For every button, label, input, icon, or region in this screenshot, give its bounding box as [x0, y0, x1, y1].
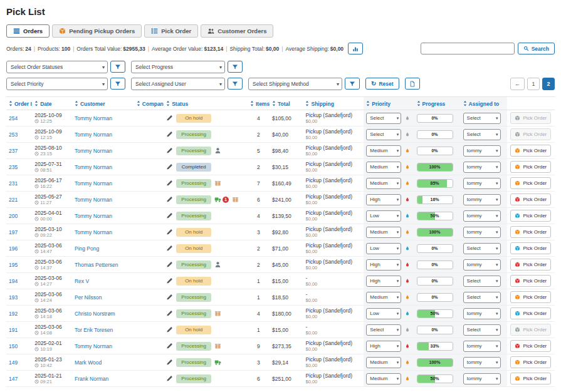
assigned-select[interactable]: tommy: [463, 308, 501, 319]
pagination-page-2[interactable]: 2: [542, 78, 555, 90]
shipping-method-filter-select[interactable]: Select Shipping Method: [248, 78, 342, 90]
priority-select[interactable]: Medium: [366, 145, 401, 157]
assigned-select[interactable]: tommy: [463, 259, 501, 271]
customer-link[interactable]: Per Nilsson: [75, 294, 102, 301]
edit-status-icon[interactable]: [166, 131, 173, 138]
edit-status-icon[interactable]: [166, 294, 173, 301]
order-statuses-select[interactable]: Select Order Statuses: [6, 61, 108, 73]
col-header-date[interactable]: Date: [32, 97, 72, 110]
customer-link[interactable]: Tommy Norman: [75, 197, 112, 203]
col-header-progress[interactable]: Progress: [414, 97, 461, 110]
customer-link[interactable]: Tor Erik Toresen: [75, 327, 113, 333]
col-header-items[interactable]: Items: [248, 97, 270, 110]
edit-status-icon[interactable]: [166, 261, 173, 268]
col-header-company[interactable]: Company: [134, 97, 164, 110]
pick-order-button[interactable]: Pick Order: [510, 210, 551, 222]
pick-order-button[interactable]: Pick Order: [510, 291, 551, 303]
priority-select[interactable]: High: [366, 194, 401, 205]
col-header-customer[interactable]: Customer: [72, 97, 134, 110]
priority-select[interactable]: Medium: [366, 227, 401, 238]
order-id-link[interactable]: 235: [9, 164, 18, 170]
col-header-assigned-to[interactable]: Assigned to: [461, 97, 507, 110]
filter-shipping-method-button[interactable]: [345, 78, 360, 90]
priority-select[interactable]: Medium: [366, 357, 401, 368]
pick-order-button[interactable]: Pick Order: [510, 259, 551, 271]
assigned-select[interactable]: tommy: [463, 210, 501, 222]
edit-status-icon[interactable]: [166, 196, 173, 203]
chart-button[interactable]: [348, 43, 363, 54]
col-header-status[interactable]: Status: [164, 97, 248, 110]
pick-order-button[interactable]: Pick Order: [510, 193, 551, 205]
assigned-select[interactable]: tommy: [463, 227, 501, 238]
col-header-total[interactable]: Total: [270, 97, 303, 110]
edit-status-icon[interactable]: [166, 375, 173, 382]
search-button[interactable]: Search: [518, 43, 555, 54]
customer-link[interactable]: Frank Norman: [75, 376, 108, 382]
edit-status-icon[interactable]: [166, 343, 173, 349]
priority-select[interactable]: Low: [366, 308, 401, 319]
order-id-link[interactable]: 195: [9, 262, 18, 268]
order-id-link[interactable]: 253: [9, 132, 18, 138]
filter-priority-button[interactable]: [110, 78, 125, 90]
customer-link[interactable]: Christo Norstrøm: [75, 311, 115, 317]
tab-orders[interactable]: Orders: [6, 24, 50, 38]
order-id-link[interactable]: 237: [9, 148, 18, 154]
pick-order-button[interactable]: Pick Order: [510, 275, 551, 287]
pick-order-button[interactable]: Pick Order: [510, 324, 551, 336]
edit-status-icon[interactable]: [166, 163, 173, 170]
assigned-select[interactable]: tommy: [463, 145, 501, 157]
customer-link[interactable]: Tommy Norman: [75, 115, 112, 121]
customer-link[interactable]: Thomas Pettersen: [75, 262, 118, 268]
edit-status-icon[interactable]: [166, 326, 173, 333]
order-id-link[interactable]: 231: [9, 180, 18, 187]
priority-select[interactable]: Medium: [366, 178, 401, 189]
filter-assigned-user-button[interactable]: [228, 78, 243, 90]
pick-order-button[interactable]: Pick Order: [510, 112, 551, 124]
progress-filter-select[interactable]: Select Progress: [131, 61, 225, 73]
edit-status-icon[interactable]: [166, 147, 173, 154]
tab-pick-order[interactable]: Pick Order: [144, 24, 198, 38]
order-id-link[interactable]: 200: [9, 213, 18, 219]
assigned-select[interactable]: tommy: [463, 341, 501, 352]
edit-status-icon[interactable]: [166, 277, 173, 284]
filter-progress-button[interactable]: [228, 61, 243, 73]
edit-status-icon[interactable]: [166, 245, 173, 252]
order-id-link[interactable]: 254: [9, 115, 18, 121]
priority-select[interactable]: High: [366, 341, 401, 352]
search-input[interactable]: [421, 43, 515, 54]
order-id-link[interactable]: 193: [9, 294, 18, 301]
assigned-select[interactable]: Select: [463, 129, 501, 140]
pick-order-button[interactable]: Pick Order: [510, 356, 551, 368]
priority-select[interactable]: Select: [366, 129, 401, 140]
edit-status-icon[interactable]: [166, 180, 173, 187]
customer-link[interactable]: Tommy Norman: [75, 164, 112, 170]
customer-link[interactable]: Tommy Norman: [75, 213, 112, 219]
priority-select[interactable]: Medium: [366, 162, 401, 173]
pick-order-button[interactable]: Pick Order: [510, 145, 551, 157]
customer-link[interactable]: Mark Wood: [75, 359, 102, 366]
assigned-select[interactable]: Select: [463, 276, 501, 287]
customer-link[interactable]: Tommy Norman: [75, 343, 112, 349]
customer-link[interactable]: Tommy Norman: [75, 180, 112, 187]
edit-status-icon[interactable]: [166, 115, 173, 121]
order-id-link[interactable]: 221: [9, 197, 18, 203]
edit-status-icon[interactable]: [166, 229, 173, 235]
assigned-select[interactable]: Select: [463, 113, 501, 124]
order-id-link[interactable]: 191: [9, 327, 18, 333]
pick-order-button[interactable]: Pick Order: [510, 242, 551, 254]
filter-order-statuses-button[interactable]: [110, 61, 125, 73]
priority-select[interactable]: High: [366, 259, 401, 271]
tab-pending-pickup-orders[interactable]: Pending Pickup Orders: [52, 24, 142, 38]
priority-select[interactable]: Low: [366, 243, 401, 254]
order-id-link[interactable]: 150: [9, 343, 18, 349]
assigned-select[interactable]: tommy: [463, 194, 501, 205]
assigned-select[interactable]: Select: [463, 243, 501, 254]
col-header-order-id[interactable]: Order ID: [6, 97, 32, 110]
order-id-link[interactable]: 192: [9, 311, 18, 317]
priority-select[interactable]: Low: [366, 210, 401, 222]
customer-link[interactable]: Tommy Norman: [75, 148, 112, 154]
pick-order-button[interactable]: Pick Order: [510, 373, 551, 384]
priority-filter-select[interactable]: Select Priority: [6, 78, 108, 90]
assigned-select[interactable]: tommy: [463, 178, 501, 189]
pick-order-button[interactable]: Pick Order: [510, 226, 551, 238]
